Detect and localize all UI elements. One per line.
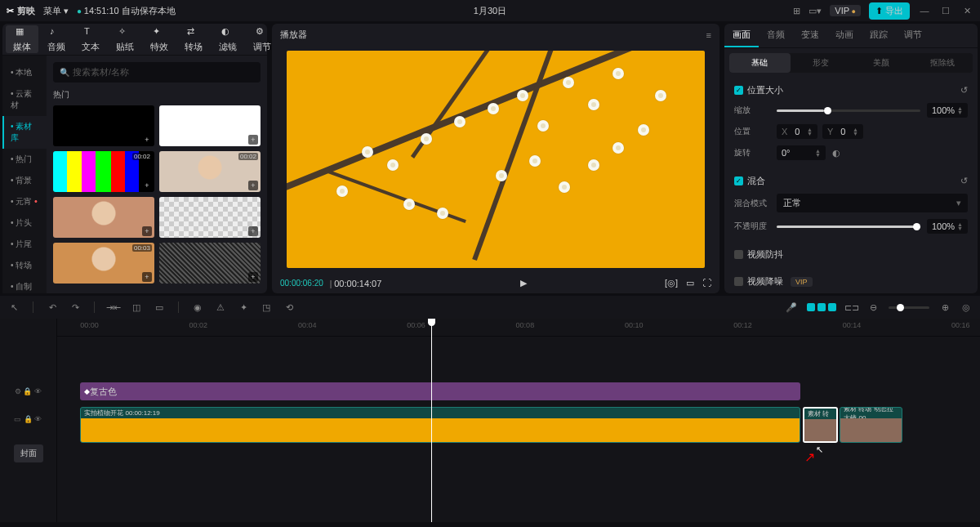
props-tab-0[interactable]: 画面 <box>724 24 759 47</box>
zoom-slider[interactable] <box>889 306 929 309</box>
tool-tab-5[interactable]: ⇄转场 <box>177 25 210 53</box>
category-1[interactable]: • 云素材 <box>2 83 47 116</box>
tool-tab-4[interactable]: ✦特效 <box>143 25 176 53</box>
opacity-value[interactable]: 100%▲▼ <box>927 219 968 234</box>
zoom-fit-icon[interactable]: ◎ <box>960 301 972 313</box>
link-icon[interactable]: ⊏⊐ <box>846 301 858 313</box>
media-thumb-6[interactable]: 00:03+ <box>53 243 154 284</box>
props-tab-3[interactable]: 动画 <box>827 24 862 47</box>
timeline-area[interactable]: 00:0000:0200:0400:0600:0800:1000:1200:14… <box>57 319 980 522</box>
menu-dropdown[interactable]: 菜单▾ <box>43 5 69 17</box>
props-tab-4[interactable]: 跟踪 <box>862 24 896 47</box>
props-tab-1[interactable]: 音频 <box>759 24 793 47</box>
props-subtab-2[interactable]: 美颜 <box>851 53 912 73</box>
media-thumb-0[interactable]: + <box>53 105 154 146</box>
scale-slider[interactable] <box>777 109 920 112</box>
video-clip-1[interactable]: 实拍植物开花 00:00:12:19 <box>80 407 800 443</box>
category-6[interactable]: • 片头 <box>2 212 47 234</box>
media-thumb-4[interactable]: + <box>53 197 154 238</box>
fullscreen-icon[interactable]: ⛶ <box>702 278 711 288</box>
media-thumb-7[interactable]: + <box>159 243 261 284</box>
autosave-status: ● 14:51:10 自动保存本地 <box>77 5 176 17</box>
stabilize-toggle[interactable] <box>734 250 743 259</box>
delete-left-icon[interactable]: ◫ <box>131 301 142 313</box>
undo-icon[interactable]: ↶ <box>47 301 58 313</box>
media-section-title: 热门 <box>53 89 261 100</box>
tool-tab-1[interactable]: ♪音频 <box>40 25 73 53</box>
tool-tab-2[interactable]: T文本 <box>74 25 107 53</box>
filter-clip[interactable]: ◆ 复古色 <box>80 382 800 400</box>
blend-mode-select[interactable]: 正常▾ <box>777 194 968 212</box>
position-size-toggle[interactable]: ✓ <box>734 86 743 95</box>
delete-right-icon[interactable]: ▭ <box>154 301 165 313</box>
layout-icon[interactable]: ▭▾ <box>808 6 822 16</box>
category-0[interactable]: • 本地 <box>2 62 47 83</box>
reset-icon[interactable]: ↺ <box>960 85 968 96</box>
props-subtab-1[interactable]: 形变 <box>791 53 852 73</box>
reverse-icon[interactable]: ⟲ <box>283 301 295 313</box>
props-subtab-3[interactable]: 抠除线 <box>912 53 973 73</box>
media-thumb-3[interactable]: 00:02+ <box>159 151 261 192</box>
search-input[interactable]: 🔍 搜索素材/名称 <box>53 62 261 83</box>
mic-icon[interactable]: 🎤 <box>786 301 797 313</box>
category-4[interactable]: • 背景 <box>2 170 47 191</box>
pos-y-input[interactable]: Y0▲▼ <box>822 124 863 139</box>
category-3[interactable]: • 热门 <box>2 149 47 170</box>
select-tool-icon[interactable]: ↖ <box>8 301 20 313</box>
rotation-dial-icon[interactable]: ◐ <box>832 148 840 159</box>
marker-icon[interactable]: ⚠ <box>215 301 226 313</box>
props-subtab-0[interactable]: 基础 <box>729 53 791 73</box>
media-thumb-2[interactable]: 00:02+ <box>53 151 154 192</box>
denoise-toggle[interactable] <box>734 277 743 286</box>
pos-x-input[interactable]: X0▲▼ <box>777 124 817 139</box>
minimize-button[interactable]: — <box>918 6 931 16</box>
scale-value[interactable]: 100%▲▼ <box>927 103 968 118</box>
preview-menu-icon[interactable]: ≡ <box>706 30 711 40</box>
category-8[interactable]: • 转场 <box>2 255 47 276</box>
category-2[interactable]: • 素材库 <box>2 116 47 149</box>
category-7[interactable]: • 片尾 <box>2 234 47 255</box>
zoom-out-icon[interactable]: ⊖ <box>867 301 879 313</box>
redo-icon[interactable]: ↷ <box>69 301 81 313</box>
opacity-slider[interactable] <box>777 226 920 228</box>
rotation-input[interactable]: 0°▲▼ <box>777 145 826 160</box>
split-icon[interactable]: ⇥⇤ <box>108 301 119 313</box>
props-tab-2[interactable]: 变速 <box>793 24 827 47</box>
reset-icon[interactable]: ↺ <box>960 176 968 186</box>
close-button[interactable]: ✕ <box>960 6 973 16</box>
filter-track-header[interactable]: ⚙ 🔒 👁 <box>0 382 56 400</box>
filter-track[interactable]: ◆ 复古色 <box>57 382 980 400</box>
shortcut-icon[interactable]: ⊞ <box>793 6 800 16</box>
category-5[interactable]: • 元宵 • <box>2 191 47 212</box>
video-clip-3[interactable]: 素材 转场 动态拉大镜 00 <box>840 407 902 443</box>
play-button[interactable]: ▶ <box>520 278 527 288</box>
tool-tab-3[interactable]: ✧贴纸 <box>109 25 141 53</box>
record-icon[interactable]: ◉ <box>192 301 203 313</box>
playhead[interactable] <box>431 319 432 522</box>
preview-viewport[interactable] <box>287 51 705 268</box>
export-button[interactable]: ⬆ 导出 <box>869 2 910 20</box>
top-tool-tabs: ▦媒体♪音频T文本✧贴纸✦特效⇄转场◐滤镜⚙调节 <box>2 24 282 55</box>
crop-icon[interactable]: ◳ <box>261 301 272 313</box>
zoom-in-icon[interactable]: ⊕ <box>939 301 951 313</box>
ruler-tick: 00:16 <box>951 321 970 329</box>
video-track[interactable]: 实拍植物开花 00:00:12:19 素材 转 素材 转场 动态拉大镜 00 <box>57 407 980 443</box>
media-thumb-5[interactable]: + <box>159 197 261 238</box>
cover-button[interactable]: 封面 <box>14 444 43 462</box>
media-thumb-1[interactable]: + <box>159 105 261 146</box>
vip-badge[interactable]: VIP ● <box>830 5 861 16</box>
freeze-icon[interactable]: ✦ <box>238 301 249 313</box>
props-tab-5[interactable]: 调节 <box>896 24 930 47</box>
snap-toggles[interactable] <box>807 303 836 311</box>
ratio-icon[interactable]: [◎] <box>665 278 678 288</box>
resolution-icon[interactable]: ▭ <box>686 278 694 288</box>
video-track-header[interactable]: ▭ 🔒 👁 <box>0 410 56 428</box>
blend-toggle[interactable]: ✓ <box>734 176 743 185</box>
maximize-button[interactable]: ☐ <box>939 6 952 16</box>
time-ruler[interactable]: 00:0000:0200:0400:0600:0800:1000:1200:14… <box>57 319 980 337</box>
category-9[interactable]: • 自制动画 <box>2 276 47 293</box>
tool-tab-0[interactable]: ▦媒体 <box>6 25 38 53</box>
annotation-arrow: ↗↖ <box>804 449 815 465</box>
tool-tab-6[interactable]: ◐滤镜 <box>212 25 244 53</box>
video-clip-2-selected[interactable]: 素材 转 <box>803 407 838 443</box>
